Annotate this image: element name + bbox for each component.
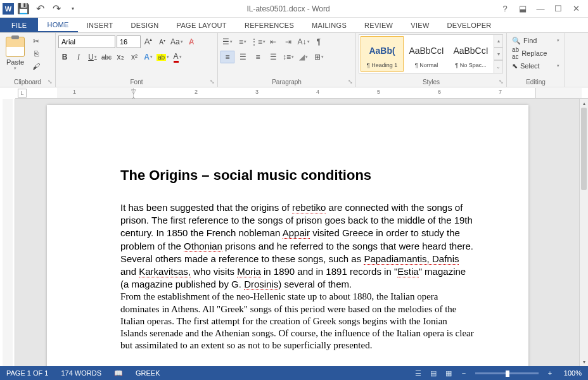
copy-button[interactable]: ⎘	[29, 48, 43, 60]
style-preview: AaBbCcI	[407, 39, 446, 62]
align-center-button[interactable]: ☰	[236, 51, 250, 63]
strikethrough-button[interactable]: abc	[100, 51, 113, 63]
gallery-up-button[interactable]: ▴	[494, 34, 503, 48]
increase-font-button[interactable]: A▴	[142, 35, 155, 48]
gallery-down-button[interactable]: ▾	[494, 48, 503, 61]
paragraph-launcher[interactable]: ⤡	[347, 78, 354, 86]
justify-button[interactable]: ☰	[266, 51, 280, 63]
select-button[interactable]: ⬉Select	[509, 60, 562, 72]
scroll-down-button[interactable]: ▾	[580, 357, 588, 366]
document-paragraph[interactable]: It has been suggested that the origins o…	[120, 201, 474, 291]
tab-home[interactable]: HOME	[38, 18, 77, 32]
document-page[interactable]: The Origins – social music conditions It…	[47, 105, 528, 366]
maximize-button[interactable]: ☐	[550, 2, 566, 16]
ribbon-options-icon: ⬓	[519, 4, 527, 13]
tab-page-layout[interactable]: PAGE LAYOUT	[168, 18, 236, 32]
group-clipboard: Paste ▾ ✂ ⎘ 🖌 Clipboard ⤡	[0, 33, 56, 87]
style-heading-1[interactable]: AaBb( ¶ Heading 1	[361, 36, 404, 72]
styles-gallery: AaBb( ¶ Heading 1 AaBbCcI ¶ Normal AaBbC…	[359, 34, 494, 73]
style-normal[interactable]: AaBbCcI ¶ Normal	[405, 36, 448, 72]
decrease-indent-button[interactable]: ⇤	[266, 35, 280, 48]
subscript-button[interactable]: x₂	[114, 51, 127, 63]
font-size-input[interactable]	[117, 35, 141, 48]
format-painter-button[interactable]: 🖌	[29, 61, 43, 72]
font-color-button[interactable]: A	[171, 51, 184, 63]
zoom-level-status[interactable]: 100%	[558, 369, 588, 377]
minimize-button[interactable]: —	[532, 2, 549, 16]
superscript-button[interactable]: x²	[128, 51, 141, 63]
font-name-input[interactable]	[58, 35, 115, 48]
pilcrow-icon: ¶	[317, 37, 321, 46]
cut-button[interactable]: ✂	[29, 35, 43, 47]
change-case-button[interactable]: Aa	[170, 35, 184, 48]
clipboard-launcher[interactable]: ⤡	[46, 78, 54, 86]
highlight-button[interactable]: ab	[156, 51, 170, 63]
group-font: A▴ A▾ Aa A̷ B I U abc x₂ x² A ab A Font …	[56, 33, 218, 87]
zoom-out-button[interactable]: −	[456, 366, 471, 380]
style-name-label: ¶ Normal	[407, 62, 446, 68]
tab-file[interactable]: FILE	[0, 18, 38, 32]
show-marks-button[interactable]: ¶	[312, 35, 326, 48]
page-count-status[interactable]: PAGE 1 OF 1	[0, 366, 54, 380]
tab-insert[interactable]: INSERT	[78, 18, 122, 32]
scroll-thumb[interactable]	[581, 108, 587, 190]
borders-button[interactable]: ⊞	[312, 51, 326, 63]
text-effects-button[interactable]: A	[142, 51, 155, 63]
multilevel-button[interactable]: ⋮≡	[251, 35, 265, 48]
replace-button[interactable]: abacReplace	[509, 47, 562, 60]
tab-references[interactable]: REFERENCES	[236, 18, 303, 32]
read-mode-button[interactable]: ☰	[411, 366, 426, 380]
save-button[interactable]: 💾	[16, 2, 30, 16]
sort-icon: A↓	[297, 37, 306, 46]
font-launcher[interactable]: ⤡	[208, 78, 216, 86]
styles-launcher[interactable]: ⤡	[497, 78, 505, 86]
qat-customize-button[interactable]: ▾	[66, 2, 80, 16]
close-icon: ✕	[573, 4, 580, 13]
language-status[interactable]: GREEK	[129, 366, 167, 380]
tab-mailings[interactable]: MAILINGS	[303, 18, 355, 32]
line-spacing-button[interactable]: ↕≡	[281, 51, 295, 63]
gallery-more-button[interactable]: ⌄	[494, 60, 503, 73]
search-icon: 🔍	[512, 37, 521, 45]
bold-button[interactable]: B	[58, 51, 71, 63]
print-layout-button[interactable]: ▤	[426, 366, 441, 380]
window-title: IL-ates0501.docx - Word	[80, 4, 497, 13]
underline-button[interactable]: U	[86, 51, 99, 63]
italic-button[interactable]: I	[72, 51, 85, 63]
scroll-up-button[interactable]: ▴	[580, 99, 588, 108]
bullets-button[interactable]: ☰	[220, 35, 234, 48]
tab-selector[interactable]: L	[18, 89, 27, 98]
horizontal-ruler[interactable]: L 1 2 3 4 5 6 7 ▽△	[15, 87, 588, 99]
web-layout-button[interactable]: ▦	[441, 366, 456, 380]
clear-formatting-button[interactable]: A̷	[185, 35, 198, 48]
tab-view[interactable]: VIEW	[402, 18, 438, 32]
tab-review[interactable]: REVIEW	[355, 18, 402, 32]
paste-button[interactable]: Paste ▾	[3, 34, 28, 72]
redo-button[interactable]: ↷	[49, 2, 63, 16]
brush-icon: 🖌	[32, 62, 40, 71]
zoom-slider-thumb[interactable]	[506, 370, 509, 377]
zoom-in-button[interactable]: +	[542, 366, 558, 380]
increase-indent-button[interactable]: ⇥	[281, 35, 295, 48]
numbering-button[interactable]: ≡	[236, 35, 250, 48]
sort-button[interactable]: A↓	[297, 35, 310, 48]
spellcheck-status[interactable]: 📖	[108, 366, 129, 380]
help-button[interactable]: ?	[497, 2, 513, 16]
align-right-button[interactable]: ≡	[251, 51, 265, 63]
align-left-button[interactable]: ≡	[220, 51, 234, 63]
document-heading[interactable]: The Origins – social music conditions	[120, 167, 474, 184]
document-paragraph[interactable]: From the establishment of the neo-Hellen…	[120, 291, 474, 352]
ribbon-options-button[interactable]: ⬓	[514, 2, 531, 16]
close-button[interactable]: ✕	[568, 2, 584, 16]
vertical-scrollbar[interactable]: ▴ ▾	[579, 99, 588, 366]
word-count-status[interactable]: 174 WORDS	[54, 366, 108, 380]
zoom-slider[interactable]	[475, 372, 539, 374]
decrease-font-button[interactable]: A▾	[156, 35, 169, 48]
tab-design[interactable]: DESIGN	[122, 18, 168, 32]
find-button[interactable]: 🔍Find	[509, 34, 562, 47]
tab-developer[interactable]: DEVELOPER	[438, 18, 501, 32]
undo-button[interactable]: ↶	[33, 2, 47, 16]
style-no-spacing[interactable]: AaBbCcI ¶ No Spac...	[449, 36, 492, 72]
vertical-ruler[interactable]	[0, 99, 15, 366]
shading-button[interactable]: ◢	[297, 51, 310, 63]
